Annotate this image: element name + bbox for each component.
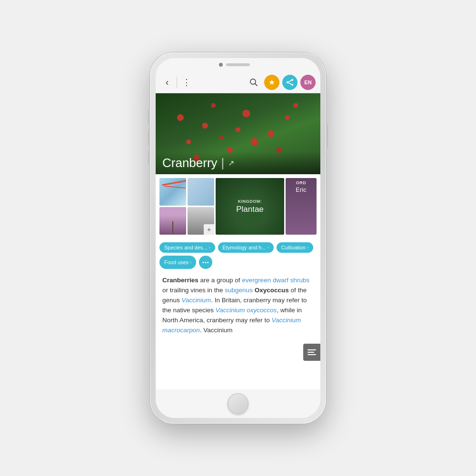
phone-frame: ‹ ⋮ (150, 52, 326, 424)
plant-thumb[interactable] (159, 207, 186, 235)
back-button[interactable]: ‹ (160, 76, 174, 89)
kingdom-label: KINGDOM: Plantae (236, 199, 264, 214)
phone-speaker (226, 63, 250, 66)
svg-point-3 (287, 81, 288, 83)
link-subgenus[interactable]: subgenus (225, 287, 253, 294)
chip-more-button[interactable]: ••• (199, 256, 212, 269)
article-text6: . Vaccinium (200, 327, 233, 334)
front-camera (219, 63, 223, 67)
chip-species[interactable]: Species and des... › (159, 242, 215, 253)
svg-point-2 (291, 79, 293, 81)
toolbar-divider (177, 77, 177, 88)
order-card[interactable]: ORD Eric (286, 178, 317, 235)
svg-line-5 (288, 80, 291, 82)
chips-row: Species and des... › Etymology and h... … (156, 238, 320, 271)
home-button[interactable] (228, 393, 248, 414)
link-vaccinium[interactable]: Vaccinium (182, 297, 211, 304)
app-screen: ‹ ⋮ (156, 71, 320, 389)
toc-button[interactable] (303, 344, 320, 361)
title-divider: | (221, 156, 225, 170)
chip-cultivation[interactable]: Cultivation › (277, 242, 313, 253)
chip-etymology[interactable]: Etymology and h... › (218, 242, 274, 253)
app-toolbar: ‹ ⋮ (156, 71, 320, 93)
svg-line-6 (288, 83, 291, 84)
kingdom-card[interactable]: KINGDOM: Plantae (216, 178, 284, 235)
menu-button[interactable]: ⋮ (180, 76, 193, 89)
article-bold2: Oxycoccus (255, 287, 289, 294)
article-text2: or trailing vines in the (162, 287, 225, 294)
content-area[interactable]: + KINGDOM: Plantae ORD Eric (156, 174, 320, 389)
article-body: Cranberries are a group of evergreen dwa… (156, 271, 320, 342)
order-tag: ORD (296, 180, 307, 185)
gallery-thumbnails: + (159, 178, 214, 235)
svg-point-4 (291, 84, 293, 86)
kingdom-value: Plantae (236, 205, 264, 214)
toc-icon (307, 349, 316, 355)
map-thumb-2[interactable] (188, 178, 214, 206)
bw-thumb[interactable]: + (188, 207, 214, 235)
chip-food[interactable]: Food uses › (159, 256, 196, 269)
link-voxycoccos[interactable]: Vaccinium oxycoccos (216, 307, 277, 314)
title-text: Cranberry (162, 156, 218, 170)
torch-button[interactable] (264, 75, 279, 90)
map-thumb-1[interactable] (159, 178, 186, 206)
hero-share-icon[interactable]: ↗ (228, 159, 234, 168)
order-value: Eric (296, 186, 306, 193)
language-button[interactable]: EN (300, 75, 316, 90)
add-photo-button[interactable]: + (204, 224, 214, 235)
article-text1: are a group of (198, 277, 242, 284)
kingdom-tag: KINGDOM: (236, 199, 264, 204)
hero-title-bar: Cranberry | ↗ (156, 152, 320, 174)
link-evergreen[interactable]: evergreen dwarf shrubs (242, 277, 309, 284)
hero-image: Cranberry | ↗ (156, 93, 320, 174)
share-button[interactable] (282, 75, 298, 90)
phone-screen: ‹ ⋮ (156, 58, 320, 418)
phone-bottom-bar (156, 389, 320, 418)
article-title: Cranberry | ↗ (162, 156, 314, 170)
gallery-row: + KINGDOM: Plantae ORD Eric (156, 174, 320, 238)
svg-line-1 (255, 83, 258, 86)
search-button[interactable] (246, 75, 261, 90)
article-bold-start: Cranberries (162, 277, 198, 284)
phone-top-bar (156, 58, 320, 71)
